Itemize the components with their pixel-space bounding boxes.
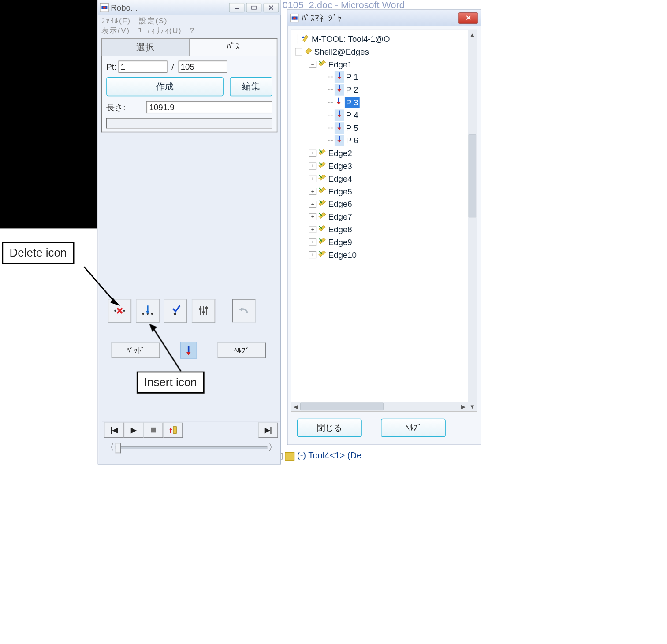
status-bar <box>106 118 272 128</box>
expand-icon[interactable]: + <box>309 188 316 195</box>
seek-next-button[interactable]: 〉 <box>267 441 278 454</box>
edge-icon <box>318 223 326 235</box>
edit-button[interactable]: 編集 <box>230 77 272 96</box>
tree-node-point[interactable]: ┈P 6 <box>293 134 475 147</box>
scroll-up-icon[interactable]: ▲ <box>468 30 477 39</box>
play-button[interactable]: ▶ <box>124 422 144 438</box>
expand-icon[interactable]: + <box>309 175 316 182</box>
tree-node-point[interactable]: ┈P 2 <box>293 83 475 96</box>
svg-rect-16 <box>173 427 176 434</box>
create-button[interactable]: 作成 <box>106 77 224 96</box>
length-label: 長さ: <box>106 102 144 113</box>
pm-close-button[interactable]: ✕ <box>458 12 478 24</box>
tree-node-edge[interactable]: +Edge3 <box>293 160 475 172</box>
vertical-scrollbar[interactable]: ▲ ▼ <box>468 30 477 411</box>
svg-marker-27 <box>337 115 341 117</box>
svg-point-6 <box>142 313 144 315</box>
expand-icon[interactable]: + <box>309 238 316 246</box>
tree-node-shell[interactable]: −Shell2@Edges <box>293 45 475 58</box>
expand-icon[interactable]: + <box>309 201 316 208</box>
pm-help-button[interactable]: ﾍﾙﾌﾟ <box>381 419 446 437</box>
hscroll-thumb[interactable] <box>300 403 384 410</box>
pt-current-input[interactable]: 1 <box>118 61 167 73</box>
close-button[interactable] <box>264 3 279 12</box>
stop-button[interactable] <box>143 422 163 438</box>
pm-tree[interactable]: ┆M-TOOL: Tool4-1@O▲−Shell2@Edges−Edge1┈P… <box>291 30 477 264</box>
path-manager-window: ﾊﾟｽﾏﾈｰｼﾞｬｰ ✕ ┆M-TOOL: Tool4-1@O▲−Shell2@… <box>287 10 481 445</box>
collapse-icon[interactable]: − <box>295 48 302 55</box>
go-end-button[interactable]: ▶| <box>258 422 278 438</box>
horizontal-scrollbar[interactable]: ◀ ▶ <box>291 402 468 411</box>
tree-node-edge[interactable]: +Edge8 <box>293 223 475 236</box>
svg-point-5 <box>123 310 125 312</box>
app-icon <box>290 14 299 22</box>
expand-icon[interactable]: + <box>309 251 316 258</box>
left-black-area <box>0 0 97 228</box>
expand-icon[interactable]: + <box>309 150 316 157</box>
undo-button[interactable] <box>232 299 256 322</box>
tree-node-edge[interactable]: +Edge2 <box>293 147 475 160</box>
tree-node-mtool[interactable]: ┆M-TOOL: Tool4-1@O▲ <box>293 33 475 45</box>
svg-marker-26 <box>337 102 341 105</box>
expand-icon[interactable]: + <box>309 213 316 220</box>
maximize-button[interactable] <box>246 3 262 12</box>
pm-close-dialog-button[interactable]: 閉じる <box>297 419 362 437</box>
seek-track[interactable] <box>115 446 268 449</box>
tree-node-point[interactable]: ┈P 3 <box>293 96 475 109</box>
svg-line-41 <box>153 327 181 372</box>
tree-node-point[interactable]: ┈P 5 <box>293 122 475 134</box>
svg-point-4 <box>114 310 116 312</box>
tab-select[interactable]: 選択 <box>101 38 190 56</box>
tree-node-edge[interactable]: +Edge10 <box>293 249 475 261</box>
menu-bar[interactable]: ﾌｧｲﾙ(F) 設定(S) 表示(V) ﾕｰﾃｨﾘﾃｨ(U) ? <box>98 15 280 37</box>
background-tool-item: (-) Tool4<1> (De <box>276 450 361 461</box>
seek-thumb[interactable] <box>115 443 121 453</box>
vscroll-thumb[interactable] <box>469 134 476 218</box>
pt-separator: / <box>171 62 174 71</box>
scroll-right-icon[interactable]: ▶ <box>459 402 468 411</box>
tab-path[interactable]: ﾊﾟｽ <box>189 38 277 56</box>
svg-marker-21 <box>302 35 304 38</box>
svg-line-39 <box>84 267 116 304</box>
expand-icon[interactable]: + <box>309 226 316 233</box>
point-icon <box>335 122 344 134</box>
svg-marker-9 <box>145 311 149 314</box>
tree-node-edge[interactable]: +Edge7 <box>293 210 475 223</box>
pt-total-input[interactable]: 105 <box>179 61 227 73</box>
insert-point-button[interactable] <box>136 299 159 322</box>
svg-rect-11 <box>199 308 201 310</box>
collapse-icon[interactable]: − <box>309 61 316 68</box>
svg-marker-24 <box>337 77 341 79</box>
expand-icon[interactable]: + <box>309 163 316 170</box>
point-icon <box>335 84 344 96</box>
go-start-button[interactable]: |◀ <box>104 422 124 438</box>
edge-icon <box>318 198 326 210</box>
edge-icon <box>318 173 326 184</box>
svg-point-10 <box>174 313 176 315</box>
scroll-down-icon[interactable]: ▼ <box>468 402 477 411</box>
tree-node-edge[interactable]: +Edge6 <box>293 198 475 211</box>
tree-node-point[interactable]: ┈P 4 <box>293 109 475 122</box>
robo-window: Robo... ﾌｧｲﾙ(F) 設定(S) 表示(V) ﾕｰﾃｨﾘﾃｨ(U) ?… <box>98 0 281 464</box>
tree-node-point[interactable]: ┈P 1 <box>293 71 475 84</box>
point-icon <box>335 135 344 146</box>
tree-node-edge[interactable]: +Edge5 <box>293 185 475 198</box>
minimize-button[interactable] <box>229 3 245 12</box>
edge-icon <box>318 186 326 197</box>
tree-node-edge1[interactable]: −Edge1 <box>293 58 475 71</box>
playback-spacer <box>183 423 258 437</box>
help-button[interactable]: ﾍﾙﾌﾟ <box>217 342 266 358</box>
shell-icon <box>304 46 313 57</box>
point-icon <box>335 109 344 121</box>
svg-point-7 <box>151 313 153 315</box>
scroll-left-icon[interactable]: ◀ <box>291 402 300 411</box>
svg-marker-28 <box>337 127 341 130</box>
tree-node-edge[interactable]: +Edge9 <box>293 236 475 249</box>
svg-marker-17 <box>169 427 172 430</box>
edge-icon <box>318 211 326 223</box>
seek-prev-button[interactable]: 〈 <box>104 441 115 454</box>
tree-node-edge[interactable]: +Edge4 <box>293 172 475 185</box>
sliders-button[interactable] <box>192 299 215 322</box>
upload-robot-button[interactable] <box>163 422 183 438</box>
check-point-button[interactable] <box>164 299 187 322</box>
